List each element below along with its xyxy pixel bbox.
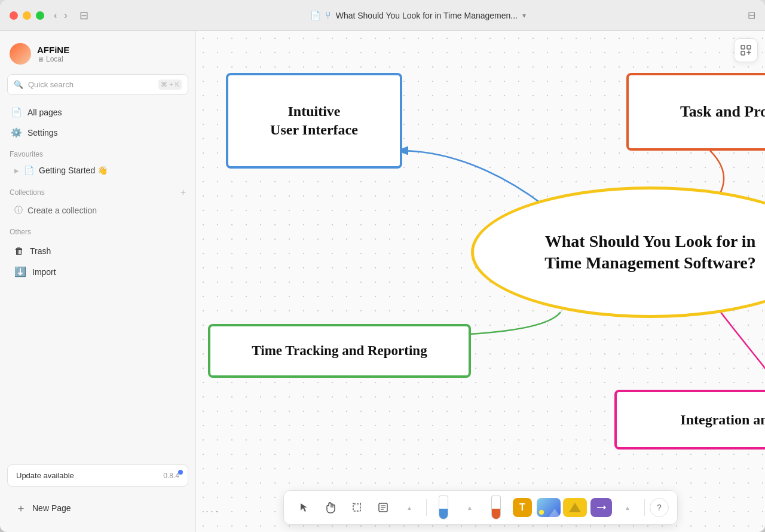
app-window: ‹ › ⊟ 📄 ⑂ What Should You Look for in Ti… bbox=[0, 0, 765, 532]
create-collection-button[interactable]: ⓘ Create a collection bbox=[5, 200, 191, 221]
settings-label: Settings bbox=[27, 128, 58, 137]
question-mark-icon: ? bbox=[657, 503, 662, 512]
search-icon: 🔍 bbox=[14, 80, 23, 89]
frame-icon bbox=[351, 502, 362, 513]
search-shortcut: ⌘ + K bbox=[158, 80, 182, 90]
svg-marker-13 bbox=[569, 503, 581, 512]
toolbar-more-dots[interactable]: ··· bbox=[206, 505, 220, 518]
sidebar-item-trash[interactable]: 🗑 Trash bbox=[5, 241, 191, 261]
title-center: 📄 ⑂ What Should You Look for in Time Man… bbox=[88, 10, 748, 21]
maximize-button[interactable] bbox=[36, 11, 44, 20]
info-icon: ⓘ bbox=[14, 205, 23, 216]
back-button[interactable]: ‹ bbox=[51, 9, 59, 22]
nav-arrows: ‹ › bbox=[51, 9, 70, 22]
frame-tool-button[interactable] bbox=[345, 496, 369, 519]
toolbar-separator-2 bbox=[644, 499, 645, 516]
sidebar-item-all-pages[interactable]: 📄 All pages bbox=[5, 102, 191, 123]
share-icon: ⑂ bbox=[325, 10, 331, 21]
main-layout: AFFiNE 🖥 Local 🔍 Quick search ⌘ + K 📄 Al… bbox=[0, 31, 765, 532]
quick-search[interactable]: 🔍 Quick search ⌘ + K bbox=[7, 74, 188, 95]
sidebar-item-import[interactable]: ⬇️ Import bbox=[5, 261, 191, 282]
minimize-button[interactable] bbox=[23, 11, 31, 20]
document-title: What Should You Look for in Time Managem… bbox=[336, 11, 518, 20]
svg-rect-6 bbox=[353, 504, 360, 511]
bottom-toolbar: ▲ ▲ T bbox=[283, 490, 678, 525]
update-banner[interactable]: Update available 0.8.4 bbox=[7, 464, 188, 487]
plus-icon: ＋ bbox=[16, 501, 26, 515]
close-button[interactable] bbox=[10, 11, 18, 20]
update-label: Update available bbox=[16, 471, 74, 480]
import-label: Import bbox=[32, 267, 56, 277]
node-bottom-right[interactable]: Integration and Collaboration bbox=[614, 390, 765, 450]
node-center-text: What Should You Look for in Time Managem… bbox=[544, 231, 756, 274]
node-top-left[interactable]: Intuitive User Interface bbox=[226, 73, 402, 169]
trash-label: Trash bbox=[30, 246, 51, 256]
marker-tool-button[interactable] bbox=[484, 496, 508, 519]
node-bl-text: Time Tracking and Reporting bbox=[252, 343, 427, 359]
image-tool-icon bbox=[537, 498, 561, 517]
canvas[interactable]: What Should You Look for in Time Managem… bbox=[196, 31, 765, 532]
note-icon bbox=[378, 502, 388, 513]
update-version: 0.8.4 bbox=[163, 472, 179, 480]
cursor-icon bbox=[299, 502, 310, 513]
image-tool-button[interactable] bbox=[537, 496, 561, 519]
sidebar: AFFiNE 🖥 Local 🔍 Quick search ⌘ + K 📄 Al… bbox=[0, 31, 196, 532]
avatar bbox=[10, 43, 31, 65]
svg-rect-2 bbox=[741, 51, 745, 55]
note-chevron-button[interactable]: ▲ bbox=[397, 496, 421, 519]
shape-tool-button[interactable] bbox=[563, 496, 587, 519]
titlebar: ‹ › ⊟ 📄 ⑂ What Should You Look for in Ti… bbox=[0, 0, 765, 31]
node-top-right[interactable]: Task and Project Management bbox=[626, 73, 765, 151]
add-collection-button[interactable]: + bbox=[180, 187, 186, 198]
others-section: 🗑 Trash ⬇️ Import bbox=[0, 241, 195, 282]
forward-button[interactable]: › bbox=[62, 9, 69, 22]
page-icon: 📄 bbox=[24, 166, 34, 175]
sidebar-spacer bbox=[0, 282, 195, 460]
others-header: Others bbox=[0, 221, 195, 239]
text-tool-icon: T bbox=[513, 498, 532, 517]
update-dot bbox=[178, 470, 183, 475]
grid-add-button[interactable] bbox=[734, 38, 758, 62]
toolbar-separator-1 bbox=[426, 499, 427, 516]
text-tool-button[interactable]: T bbox=[510, 496, 534, 519]
getting-started-label: Getting Started 👋 bbox=[39, 166, 108, 175]
sidebar-toggle-button[interactable]: ⊟ bbox=[79, 9, 88, 22]
new-page-button[interactable]: ＋ New Page bbox=[7, 494, 188, 522]
connector-tool-button[interactable] bbox=[589, 496, 613, 519]
import-icon: ⬇️ bbox=[14, 266, 26, 277]
help-button[interactable]: ? bbox=[650, 498, 669, 517]
monitor-icon: 🖥 bbox=[37, 56, 44, 63]
pen-chevron-button[interactable]: ▲ bbox=[458, 496, 482, 519]
collections-header: Collections + bbox=[0, 180, 195, 200]
app-name: AFFiNE bbox=[37, 45, 69, 55]
sidebar-item-settings[interactable]: ⚙️ Settings bbox=[5, 123, 191, 143]
marker-icon bbox=[491, 496, 501, 519]
chevron-right-icon: ▶ bbox=[14, 167, 19, 174]
sidebar-nav: 📄 All pages ⚙️ Settings bbox=[0, 102, 195, 143]
pen-tool-button[interactable] bbox=[432, 496, 455, 519]
node-center[interactable]: What Should You Look for in Time Managem… bbox=[471, 186, 765, 318]
node-tr-text: Task and Project Management bbox=[680, 103, 765, 121]
note-tool-button[interactable] bbox=[371, 496, 395, 519]
settings-icon: ⚙️ bbox=[11, 127, 22, 138]
split-view-button[interactable]: ⊟ bbox=[748, 10, 755, 21]
trash-icon: 🗑 bbox=[14, 246, 24, 256]
favourites-label: Favourites bbox=[10, 150, 43, 158]
connector-chevron-button[interactable]: ▲ bbox=[616, 496, 639, 519]
hand-icon bbox=[325, 502, 336, 513]
node-bottom-left[interactable]: Time Tracking and Reporting bbox=[208, 324, 471, 378]
select-tool-button[interactable] bbox=[292, 496, 316, 519]
svg-marker-5 bbox=[301, 503, 307, 512]
svg-marker-15 bbox=[604, 505, 606, 510]
others-label: Others bbox=[10, 228, 31, 236]
favourites-header: Favourites bbox=[0, 143, 195, 161]
traffic-lights bbox=[10, 11, 44, 20]
sidebar-item-getting-started[interactable]: ▶ 📄 Getting Started 👋 bbox=[5, 161, 191, 180]
mindmap: What Should You Look for in Time Managem… bbox=[196, 31, 765, 496]
new-page-label: New Page bbox=[32, 503, 71, 513]
collections-label: Collections bbox=[10, 188, 45, 197]
hand-tool-button[interactable] bbox=[319, 496, 342, 519]
sidebar-logo: AFFiNE 🖥 Local bbox=[0, 38, 195, 74]
chevron-up-icon-2: ▲ bbox=[467, 505, 473, 511]
title-chevron-icon[interactable]: ▾ bbox=[522, 11, 526, 20]
